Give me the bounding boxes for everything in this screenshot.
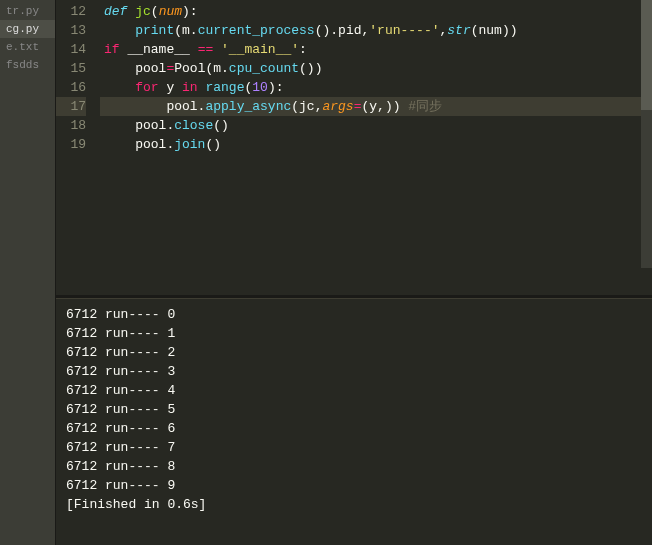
output-console[interactable]: 6712 run---- 0 6712 run---- 1 6712 run--… <box>56 298 652 545</box>
code-content[interactable]: def jc(num): print(m.current_process().p… <box>100 0 652 295</box>
line-number: 19 <box>56 135 86 154</box>
line-number: 13 <box>56 21 86 40</box>
main-area: 1213141516171819 def jc(num): print(m.cu… <box>56 0 652 545</box>
code-line[interactable]: print(m.current_process().pid,'run----',… <box>100 21 652 40</box>
code-line[interactable]: def jc(num): <box>100 2 652 21</box>
code-line[interactable]: for y in range(10): <box>100 78 652 97</box>
file-tabs-sidebar: tr.pycg.pye.txtfsdds <box>0 0 56 545</box>
line-number: 12 <box>56 2 86 21</box>
line-number: 16 <box>56 78 86 97</box>
file-tab[interactable]: fsdds <box>0 56 55 74</box>
line-number-gutter: 1213141516171819 <box>56 0 100 295</box>
file-tab[interactable]: e.txt <box>0 38 55 56</box>
editor-scrollbar[interactable] <box>641 0 652 268</box>
code-line[interactable]: pool.apply_async(jc,args=(y,)) #同步 <box>100 97 652 116</box>
code-line[interactable]: pool=Pool(m.cpu_count()) <box>100 59 652 78</box>
file-tab[interactable]: cg.py <box>0 20 55 38</box>
file-tab[interactable]: tr.py <box>0 2 55 20</box>
scrollbar-thumb[interactable] <box>641 0 652 110</box>
line-number: 15 <box>56 59 86 78</box>
code-line[interactable]: pool.close() <box>100 116 652 135</box>
line-number: 17 <box>56 97 86 116</box>
code-line[interactable]: if __name__ == '__main__': <box>100 40 652 59</box>
line-number: 14 <box>56 40 86 59</box>
code-editor[interactable]: 1213141516171819 def jc(num): print(m.cu… <box>56 0 652 295</box>
line-number: 18 <box>56 116 86 135</box>
code-line[interactable]: pool.join() <box>100 135 652 154</box>
